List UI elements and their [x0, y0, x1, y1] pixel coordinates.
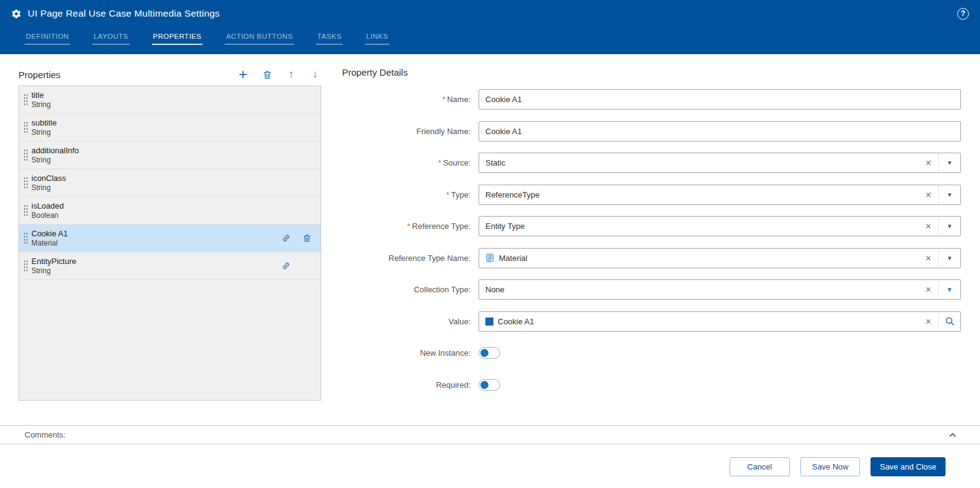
property-name: isLoaded	[31, 201, 321, 211]
move-up-button[interactable]: ↑	[285, 68, 297, 81]
tab-bar: DEFINITION LAYOUTS PROPERTIES ACTION BUT…	[0, 27, 980, 54]
reference-type-value: Entity Type	[485, 222, 918, 231]
reference-type-name-label: Reference Type Name:	[342, 254, 479, 263]
clear-icon[interactable]: ×	[918, 185, 938, 204]
property-type: Boolean	[31, 211, 321, 220]
tab-action-buttons[interactable]: ACTION BUTTONS	[225, 33, 293, 45]
list-item-iconclass[interactable]: iconClass String	[19, 169, 321, 197]
friendly-name-label: Friendly Name:	[342, 127, 479, 136]
help-icon[interactable]: ?	[957, 8, 969, 20]
list-item-cookie-a1[interactable]: Cookie A1 Material	[19, 225, 321, 252]
search-icon[interactable]	[938, 312, 960, 331]
app-header: UI Page Real Use Case Multimedia Setting…	[0, 0, 980, 27]
name-label: *Name:	[342, 95, 479, 104]
list-item-entitypicture[interactable]: EntityPicture String	[19, 252, 321, 280]
tab-definition[interactable]: DEFINITION	[25, 33, 70, 45]
chevron-down-icon[interactable]: ▼	[938, 217, 960, 236]
properties-panel: Properties + ↑ ↓ title String subtitle S…	[18, 63, 321, 401]
add-property-button[interactable]: +	[237, 68, 249, 81]
toggle-knob	[480, 349, 488, 357]
required-toggle[interactable]	[479, 379, 500, 391]
trash-icon[interactable]	[302, 233, 312, 243]
value-lookup-field[interactable]: Cookie A1 ×	[479, 311, 961, 332]
save-now-button[interactable]: Save Now	[800, 457, 860, 476]
chevron-down-icon[interactable]: ▼	[938, 249, 960, 268]
list-item-isloaded[interactable]: isLoaded Boolean	[19, 197, 321, 225]
row-collection-type: Collection Type: None × ▼	[342, 279, 961, 300]
required-marker: *	[438, 158, 441, 167]
chevron-down-icon[interactable]: ▼	[938, 185, 960, 204]
drag-handle-icon[interactable]	[23, 121, 28, 134]
link-icon[interactable]	[281, 261, 291, 271]
required-label: Required:	[342, 380, 479, 390]
delete-property-button[interactable]	[261, 68, 273, 81]
list-item-title[interactable]: title String	[19, 86, 321, 114]
clear-icon[interactable]: ×	[918, 249, 938, 268]
value-label: Value:	[342, 317, 479, 326]
property-details-panel: Property Details *Name: Friendly Name: *…	[342, 63, 961, 406]
reference-type-dropdown[interactable]: Entity Type × ▼	[479, 216, 961, 236]
tab-tasks[interactable]: TASKS	[316, 33, 343, 45]
gear-icon	[11, 9, 22, 19]
chevron-up-icon[interactable]	[947, 430, 958, 440]
reference-type-name-dropdown[interactable]: Material × ▼	[479, 248, 961, 268]
link-icon[interactable]	[281, 233, 291, 243]
property-type: String	[31, 183, 321, 193]
row-value: Value: Cookie A1 ×	[342, 311, 961, 332]
list-item-subtitle[interactable]: subtitle String	[19, 114, 321, 142]
new-instance-toggle[interactable]	[479, 347, 500, 359]
drag-handle-icon[interactable]	[23, 260, 28, 273]
property-type: String	[31, 266, 321, 276]
source-dropdown[interactable]: Static × ▼	[479, 153, 961, 173]
chevron-down-icon[interactable]: ▼	[938, 153, 960, 172]
move-down-button[interactable]: ↓	[309, 68, 321, 81]
source-label: *Source:	[342, 158, 479, 167]
drag-handle-icon[interactable]	[23, 232, 28, 245]
property-type: Material	[31, 239, 321, 248]
clear-icon[interactable]: ×	[918, 153, 938, 172]
name-input[interactable]	[479, 89, 961, 110]
cancel-button[interactable]: Cancel	[730, 457, 790, 476]
tab-properties[interactable]: PROPERTIES	[152, 33, 203, 45]
toggle-knob	[480, 381, 488, 389]
type-label: *Type:	[342, 190, 479, 199]
row-reference-type: *Reference Type: Entity Type × ▼	[342, 216, 961, 236]
row-friendly-name: Friendly Name:	[342, 121, 961, 142]
comments-label: Comments:	[25, 430, 65, 439]
tab-links[interactable]: LINKS	[365, 33, 389, 45]
tab-layouts[interactable]: LAYOUTS	[92, 33, 129, 45]
chevron-down-icon[interactable]: ▼	[938, 280, 960, 299]
property-name: subtitle	[31, 118, 321, 128]
property-name: Cookie A1	[31, 229, 321, 239]
required-marker: *	[407, 222, 410, 231]
property-type: String	[31, 128, 321, 137]
properties-list: title String subtitle String additionalI…	[18, 86, 321, 401]
list-item-additionalinfo[interactable]: additionalInfo String	[19, 142, 321, 169]
type-dropdown[interactable]: ReferenceType × ▼	[479, 185, 961, 205]
value-text: Cookie A1	[498, 317, 534, 326]
reference-type-label: *Reference Type:	[342, 222, 479, 231]
entity-square-icon	[485, 318, 493, 326]
drag-handle-icon[interactable]	[23, 94, 28, 106]
property-name: additionalInfo	[31, 146, 321, 156]
required-marker: *	[442, 95, 445, 104]
property-type: String	[31, 156, 321, 165]
friendly-name-input[interactable]	[479, 121, 961, 142]
new-instance-label: New Instance:	[342, 348, 479, 358]
drag-handle-icon[interactable]	[23, 177, 28, 190]
clear-icon[interactable]: ×	[918, 280, 938, 299]
drag-handle-icon[interactable]	[23, 149, 28, 162]
collection-type-value: None	[485, 285, 918, 294]
clear-icon[interactable]: ×	[918, 217, 938, 236]
save-and-close-button[interactable]: Save and Close	[870, 457, 946, 476]
clear-icon[interactable]: ×	[918, 312, 938, 331]
footer-bar: Cancel Save Now Save and Close	[0, 445, 980, 488]
row-reference-type-name: Reference Type Name: Material × ▼	[342, 248, 961, 268]
entity-document-icon	[485, 253, 495, 263]
collection-type-dropdown[interactable]: None × ▼	[479, 279, 961, 300]
row-name: *Name:	[342, 89, 961, 110]
property-type: String	[31, 100, 321, 110]
required-marker: *	[446, 190, 449, 199]
drag-handle-icon[interactable]	[23, 204, 28, 217]
source-value: Static	[485, 158, 918, 167]
